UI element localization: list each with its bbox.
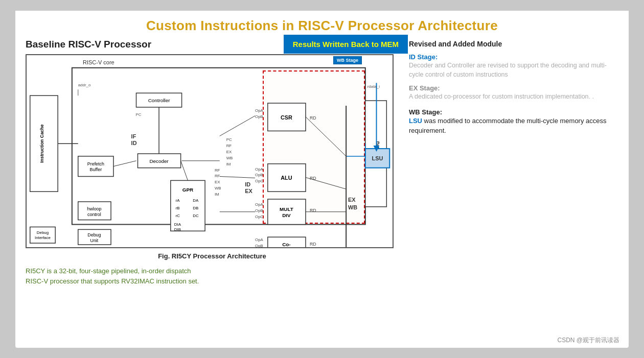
svg-text:RF: RF (215, 174, 220, 178)
svg-rect-8 (78, 156, 113, 176)
svg-rect-15 (171, 180, 205, 231)
desc-line2: RISC-V processor that supports RV32IMAC … (26, 276, 399, 287)
svg-text:GPR: GPR (182, 187, 193, 193)
svg-text:ID: ID (131, 140, 137, 146)
svg-text:Data Cache: Data Cache (375, 141, 380, 165)
svg-text:Co-: Co- (282, 242, 290, 247)
svg-text:Interface: Interface (35, 235, 51, 240)
svg-text:EX: EX (215, 180, 220, 184)
svg-text:IM: IM (215, 192, 219, 197)
id-stage-section: ID Stage: Decoder and Controller are rev… (409, 53, 618, 79)
ex-stage-desc: A dedicated co-processor for custom inst… (409, 92, 618, 101)
svg-text:Unit: Unit (90, 238, 98, 243)
svg-text:rdata_i: rdata_i (367, 84, 380, 89)
svg-text:Buffer: Buffer (90, 166, 102, 172)
svg-text:RD: RD (310, 242, 316, 247)
svg-text:DC: DC (193, 213, 199, 218)
svg-text:WB: WB (215, 186, 221, 190)
svg-line-92 (181, 160, 188, 180)
svg-text:rC: rC (176, 213, 180, 218)
svg-rect-11 (136, 93, 182, 107)
svg-text:DA: DA (193, 198, 199, 202)
svg-rect-13 (137, 153, 180, 168)
svg-text:OpA: OpA (255, 237, 264, 242)
svg-rect-3 (30, 227, 55, 243)
svg-line-82 (220, 115, 255, 136)
svg-text:OpB: OpB (255, 243, 263, 247)
wb-desc-text: was modified to accommodate the multi-cy… (409, 117, 607, 135)
svg-text:EX: EX (226, 149, 232, 154)
svg-text:DIB: DIB (174, 227, 181, 232)
svg-rect-28 (78, 229, 111, 245)
svg-text:hwloop: hwloop (87, 206, 101, 211)
svg-text:control: control (87, 211, 101, 217)
svg-text:RF: RF (215, 168, 220, 172)
svg-text:Controller: Controller (148, 98, 171, 103)
svg-text:DB: DB (193, 205, 198, 210)
svg-text:OpB: OpB (255, 173, 263, 177)
dashed-box (263, 70, 365, 224)
svg-text:rA: rA (176, 198, 180, 202)
svg-text:EX: EX (245, 188, 252, 194)
svg-text:Instruction Cache: Instruction Cache (39, 124, 44, 162)
description-text: RI5CY is a 32-bit, four-stage pipelined,… (26, 266, 399, 287)
id-stage-desc: Decoder and Controller are revised to su… (409, 61, 618, 79)
svg-text:OpB: OpB (255, 208, 263, 212)
svg-text:OpB: OpB (255, 114, 263, 118)
right-panel: Revised and Added Module ID Stage: Decod… (409, 39, 618, 343)
svg-rect-67 (365, 149, 389, 168)
wb-stage-badge: WB Stage (333, 56, 362, 64)
svg-text:Debug: Debug (87, 232, 101, 237)
svg-text:rB: rB (176, 205, 180, 210)
risc-v-core-label: RISC-V core (83, 59, 114, 65)
svg-text:WB: WB (226, 155, 233, 160)
svg-text:addr_o: addr_o (78, 83, 91, 87)
slide-body: Baseline RISC-V Processor Results Writte… (15, 39, 629, 348)
left-panel: Baseline RISC-V Processor Results Writte… (26, 39, 399, 343)
svg-rect-1 (30, 96, 58, 192)
svg-rect-6 (365, 101, 387, 207)
svg-rect-52 (268, 237, 306, 247)
svg-rect-25 (78, 201, 111, 220)
svg-line-83 (220, 176, 255, 178)
results-banner: Results Written Back to MEM (284, 35, 408, 54)
fig-caption: Fig. RI5CY Processor Architecture (26, 252, 399, 260)
wb-label: WB Stage: (409, 108, 618, 116)
svg-text:ID: ID (245, 181, 250, 187)
wb-desc: LSU was modified to accommodate the mult… (409, 116, 618, 136)
svg-text:IM: IM (226, 161, 231, 166)
svg-text:RF: RF (226, 144, 232, 148)
ex-stage-label: EX Stage: (409, 84, 618, 92)
desc-line1: RI5CY is a 32-bit, four-stage pipelined,… (26, 266, 399, 276)
svg-text:PC: PC (226, 137, 232, 142)
svg-line-80 (113, 160, 136, 166)
diagram-container: Results Written Back to MEM WB Stage RIS… (26, 54, 394, 248)
wb-stage-section: WB Stage: LSU was modified to accommodat… (409, 108, 618, 136)
svg-text:PC: PC (136, 112, 142, 116)
slide: Custom Instructions in RISC-V Processor … (15, 11, 629, 348)
svg-text:Prefetch: Prefetch (87, 161, 104, 166)
lsu-text: LSU (409, 117, 422, 125)
id-stage-label: ID Stage: (409, 53, 618, 61)
module-title: Revised and Added Module (409, 40, 618, 48)
svg-text:DIA: DIA (174, 222, 181, 227)
svg-text:IF: IF (131, 133, 136, 139)
svg-text:Debug: Debug (37, 230, 49, 235)
ex-stage-section: EX Stage: A dedicated co-processor for c… (409, 84, 618, 101)
watermark: CSDN @观于前讯读器 (557, 336, 619, 345)
svg-text:LSU: LSU (372, 155, 383, 161)
svg-text:Decoder: Decoder (149, 158, 169, 163)
